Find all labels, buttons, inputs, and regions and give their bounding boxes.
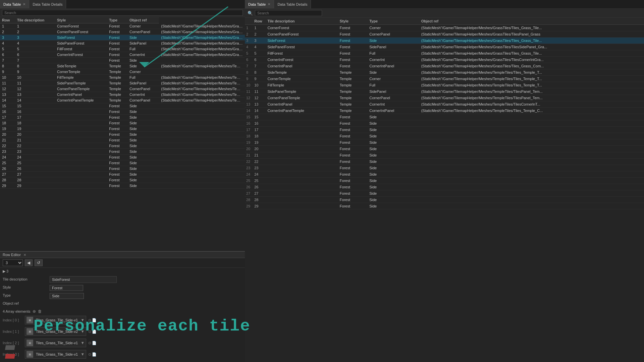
cell-num: 2 (15, 29, 55, 35)
style-dropdown[interactable]: Forest Temple (50, 285, 83, 291)
tab-data-table-details-right[interactable]: Data Table Details (274, 0, 311, 8)
cell-num: 6 (15, 52, 55, 58)
cell-row: 10 (0, 75, 15, 80)
table-row[interactable]: 24 24 Forest Side (0, 155, 245, 160)
table-row[interactable]: 21 21 Forest Side (0, 137, 245, 143)
table-row[interactable]: 11 11 SidePanelTemple Temple SidePanel (… (245, 88, 644, 95)
table-row[interactable]: 27 27 Forest Side (245, 190, 644, 197)
table-row[interactable]: 22 22 Forest Side (0, 143, 245, 149)
table-row[interactable]: 29 29 Forest Side (245, 203, 644, 209)
table-row[interactable]: 9 9 CornerTemple Temple Corner (0, 69, 245, 75)
table-row[interactable]: 12 12 CornerPanelTemple Temple CornerPan… (0, 86, 245, 92)
cell-num: 27 (252, 190, 265, 197)
table-row[interactable]: 13 13 CornerIntPanel Temple CornerInt (S… (245, 101, 644, 108)
cell-desc (55, 132, 107, 137)
table-row[interactable]: 3 3 SideForest Forest Side (StaticMesh"/… (0, 35, 245, 41)
cell-style: Forest (107, 155, 127, 160)
tab-data-table-right-close[interactable]: ✕ (268, 2, 270, 6)
array-copy-2[interactable]: 📄 (92, 341, 97, 345)
table-row[interactable]: 1 1 CornerForest Forest Corner (StaticMe… (245, 25, 644, 31)
table-row[interactable]: 18 18 Forest Side (0, 120, 245, 126)
table-row[interactable]: 23 23 Forest Side (0, 149, 245, 155)
table-row[interactable]: 25 25 Forest Side (245, 178, 644, 184)
row-selector[interactable]: 3 (3, 259, 23, 266)
table-row[interactable]: 7 7 CornerIntPanel Forest CornerIntPanel… (245, 63, 644, 69)
row-back-button[interactable]: ◀ (25, 259, 33, 266)
row-editor-close[interactable]: ✕ (23, 253, 26, 257)
table-row[interactable]: 22 22 Forest Side (245, 159, 644, 165)
array-browse-2[interactable]: ⊙ (88, 341, 91, 345)
table-row[interactable]: 2 2 CornerPanelForest Forest CornerPanel… (0, 29, 245, 35)
array-browse-3[interactable]: ⊙ (88, 352, 91, 357)
left-search-input[interactable] (2, 10, 243, 16)
table-row[interactable]: 14 14 CornerIntPanelTemple Temple Corner… (245, 108, 644, 114)
right-search-input[interactable] (255, 10, 322, 16)
cell-num: 21 (252, 152, 265, 159)
cell-type: Side (367, 159, 419, 165)
table-row[interactable]: 26 26 Forest Side (0, 166, 245, 172)
table-row[interactable]: 27 27 Forest Side (0, 172, 245, 177)
table-row[interactable]: 28 28 Forest Side (0, 177, 245, 183)
array-count-label: 4 Array elements (3, 309, 31, 313)
table-row[interactable]: 16 16 Forest Side (0, 109, 245, 115)
cell-row: 20 (0, 132, 15, 137)
table-row[interactable]: 7 7 Forest Side (0, 58, 245, 63)
cell-desc: CornerForest (265, 25, 337, 31)
table-row[interactable]: 19 19 Forest Side (245, 139, 644, 146)
table-row[interactable]: 23 23 Forest Side (245, 165, 644, 171)
table-row[interactable]: 21 21 Forest Side (245, 152, 644, 159)
table-row[interactable]: 6 6 CornerIntForest Forest CornerInt (St… (245, 57, 644, 63)
table-row[interactable]: 25 25 Forest Side (0, 160, 245, 166)
table-row[interactable]: 26 26 Forest Side (245, 184, 644, 190)
table-row[interactable]: 4 4 SidePanelForest Forest SidePanel (St… (245, 44, 644, 50)
table-row[interactable]: 5 5 FillForest Forest Full (StaticMesh"/… (0, 46, 245, 52)
cell-objref (419, 197, 644, 203)
array-item-dropdown-3[interactable]: ▼ (80, 352, 85, 357)
table-row[interactable]: 28 28 Forest Side (245, 197, 644, 203)
array-delete-btn[interactable]: 🗑 (38, 309, 42, 314)
table-row[interactable]: 15 15 Forest Side (245, 114, 644, 120)
cell-desc: CornerIntForest (265, 57, 337, 63)
table-row[interactable]: 18 18 Forest Side (245, 133, 644, 139)
type-dropdown[interactable]: Side Corner Full CornerPanel SidePanel C… (50, 293, 84, 299)
table-row[interactable]: 10 10 FillTemple Temple Full (StaticMesh… (0, 75, 245, 80)
table-row[interactable]: 8 8 SideTemple Temple Side (StaticMesh"/… (0, 63, 245, 69)
cell-num: 18 (252, 133, 265, 139)
table-row[interactable]: 6 6 CornerIntForest Forest CornerInt (St… (0, 52, 245, 58)
table-row[interactable]: 20 20 Forest Side (0, 132, 245, 137)
cell-type: CornerInt (367, 57, 419, 63)
table-row[interactable]: 16 16 Forest Side (245, 120, 644, 127)
cell-type: Side (127, 166, 159, 172)
table-row[interactable]: 20 20 Forest Side (245, 146, 644, 152)
table-row[interactable]: 29 29 Forest Side (0, 183, 245, 189)
table-row[interactable]: 14 14 CornerIntPanelTemple Temple Corner… (0, 98, 245, 103)
table-row[interactable]: 1 1 CornerForest Forest Corner (StaticMe… (0, 23, 245, 29)
array-add-btn[interactable]: ⊕ (33, 309, 36, 314)
table-row[interactable]: 9 9 CornerTemple Temple Corner (StaticMe… (245, 76, 644, 82)
table-row[interactable]: 15 15 Forest Side (0, 103, 245, 109)
table-row[interactable]: 17 17 Forest Side (245, 127, 644, 133)
table-row[interactable]: 3 3 SideForest Forest Side (StaticMesh"/… (245, 38, 644, 44)
cell-type: CornerInt (127, 52, 159, 58)
table-row[interactable]: 8 8 SideTemple Temple Side (StaticMesh"/… (245, 69, 644, 76)
table-row[interactable]: 5 5 FillForest Forest Full (StaticMesh"/… (245, 50, 644, 57)
table-row[interactable]: 13 13 CornerIntPanel Temple CornerInt (S… (0, 92, 245, 98)
tab-data-table-details-left[interactable]: Data Table Details (29, 0, 66, 8)
table-row[interactable]: 10 10 FillTemple Temple Full (StaticMesh… (245, 82, 644, 88)
cell-row: 23 (0, 149, 15, 155)
table-row[interactable]: 19 19 Forest Side (0, 126, 245, 132)
table-row[interactable]: 4 4 SidePanelForest Forest SidePanel (St… (0, 41, 245, 46)
table-row[interactable]: 24 24 Forest Side (245, 171, 644, 178)
array-copy-3[interactable]: 📄 (92, 352, 97, 357)
cell-style: Forest (337, 178, 367, 184)
table-row[interactable]: 2 2 CornerPanelForest Forest CornerPanel… (245, 31, 644, 38)
row-forward-button[interactable]: ↺ (35, 259, 43, 266)
tab-data-table-right[interactable]: Data Table ✕ (245, 0, 274, 8)
table-row[interactable]: 17 17 Forest Side (0, 115, 245, 120)
tab-data-table-left-close[interactable]: ✕ (23, 2, 25, 6)
cell-objref (159, 109, 245, 115)
tab-data-table-left[interactable]: Data Table ✕ (0, 0, 29, 8)
table-row[interactable]: 12 12 CornerPanelTemple Temple CornerPan… (245, 95, 644, 101)
array-item-dropdown-2[interactable]: ▼ (80, 341, 85, 345)
table-row[interactable]: 11 11 SidePanelTemple Temple SidePanel (… (0, 80, 245, 86)
